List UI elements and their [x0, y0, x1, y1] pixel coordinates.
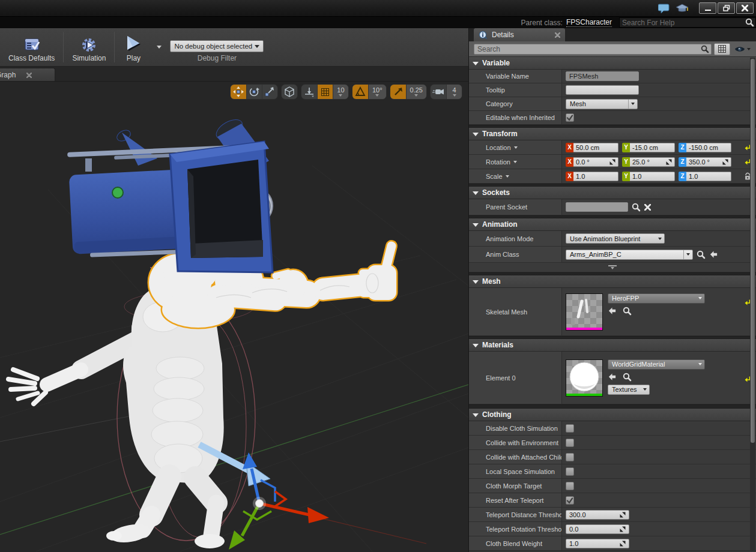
material-thumbnail[interactable] [566, 359, 603, 397]
material-browse-icon[interactable] [623, 373, 632, 382]
tab-graph[interactable]: Graph [0, 68, 55, 82]
rotation-snap-value[interactable]: 10° [368, 85, 386, 99]
category-dropdown[interactable]: Mesh [566, 99, 638, 109]
spinner-icon[interactable] [609, 159, 615, 165]
scale-tool-icon [264, 86, 275, 97]
grid-snap-value[interactable]: 10 [333, 85, 348, 99]
asset-color-stripe [566, 328, 602, 330]
simulation-button[interactable]: Simulation [64, 28, 114, 66]
rotation-y-field[interactable]: 25.0 ° [630, 157, 675, 167]
play-button[interactable]: Play [115, 28, 152, 66]
spinner-icon[interactable] [620, 526, 626, 532]
play-options-caret[interactable] [152, 28, 166, 66]
transform-gizmo[interactable] [229, 452, 329, 550]
tooltip-field[interactable] [566, 85, 639, 95]
material-dropdown[interactable]: WorldGridMaterial [608, 359, 705, 370]
location-y-field[interactable]: -15.0 cm [630, 143, 675, 152]
socket-search-icon[interactable] [632, 203, 641, 212]
checkbox[interactable] [566, 424, 574, 433]
grid-snap-button[interactable] [317, 85, 333, 99]
scale-x-field[interactable]: 1.0 [573, 172, 618, 181]
camera-mesh[interactable] [67, 116, 273, 272]
parent-class-link[interactable]: FPSCharacter [566, 18, 612, 27]
rotation-snap-button[interactable] [352, 85, 368, 99]
checkbox[interactable] [566, 453, 574, 461]
move-tool-button[interactable] [231, 85, 246, 99]
anim-class-dropdown[interactable]: Arms_AnimBP_C [566, 250, 693, 260]
section-mesh[interactable]: Mesh [469, 275, 756, 288]
variable-name-field[interactable]: FPSMesh [566, 71, 639, 81]
animation-mode-dropdown[interactable]: Use Animation Blueprint [566, 233, 665, 244]
checkbox-checked[interactable] [566, 496, 574, 505]
rotation-z-field[interactable]: 350.0 ° [686, 157, 731, 167]
checkbox[interactable] [566, 482, 574, 490]
location-x-field[interactable]: 50.0 cm [573, 143, 618, 152]
gizmo-x-axis[interactable] [259, 491, 329, 523]
skeletal-mesh-dropdown[interactable]: HeroFPP [608, 293, 705, 304]
details-search[interactable] [474, 44, 712, 55]
mesh-use-selected-icon[interactable] [608, 307, 617, 315]
rotate-tool-button[interactable] [246, 85, 262, 99]
3d-viewport[interactable]: 10 10° [0, 82, 468, 552]
help-search-input[interactable] [620, 19, 745, 27]
camera-speed-button[interactable] [431, 85, 446, 99]
tab-details[interactable]: Details [474, 28, 565, 41]
section-transform[interactable]: Transform [469, 128, 756, 140]
surface-snap-button[interactable] [301, 85, 317, 99]
section-materials[interactable]: Materials [469, 339, 756, 352]
teleport-distance-field[interactable]: 300.0 [566, 510, 629, 520]
rotation-x-field[interactable]: 0.0 ° [573, 157, 618, 167]
class-defaults-button[interactable]: Class Defaults [0, 28, 63, 66]
play-icon [123, 35, 144, 53]
scale-z-field[interactable]: 1.0 [686, 172, 731, 181]
details-scrollbar[interactable] [750, 58, 755, 551]
spinner-icon[interactable] [620, 541, 626, 547]
section-variable[interactable]: Variable [469, 57, 756, 70]
close-tab-icon[interactable] [26, 73, 32, 78]
camera-speed-value[interactable]: 4 [446, 85, 462, 99]
close-button[interactable] [736, 2, 754, 14]
spinner-icon[interactable] [620, 512, 626, 518]
cloth-blend-weight-field[interactable]: 1.0 [566, 539, 629, 548]
close-tab-icon[interactable] [555, 32, 560, 38]
view-options-button[interactable] [733, 46, 752, 53]
scale-y-field[interactable]: 1.0 [630, 172, 675, 181]
anim-class-use-selected-icon[interactable] [709, 250, 718, 259]
spinner-icon[interactable] [666, 159, 672, 165]
checkbox[interactable] [566, 467, 574, 476]
section-clothing[interactable]: Clothing [469, 409, 756, 421]
section-animation[interactable]: Animation [469, 218, 756, 231]
parent-socket-field[interactable] [566, 202, 628, 212]
anim-class-browse-icon[interactable] [697, 250, 706, 259]
mesh-browse-icon[interactable] [623, 307, 632, 316]
checkbox[interactable] [566, 439, 574, 447]
scale-snap-button[interactable] [390, 85, 406, 99]
restore-button[interactable] [718, 2, 735, 14]
advanced-expander[interactable] [469, 263, 756, 272]
socket-clear-icon[interactable] [644, 204, 651, 211]
scale-snap-value[interactable]: 0.25 [406, 85, 426, 99]
material-use-selected-icon[interactable] [608, 373, 617, 381]
teleport-rotation-field[interactable]: 0.0 [566, 524, 629, 534]
location-z-field[interactable]: -150.0 cm [686, 143, 731, 152]
skeletal-mesh-thumbnail[interactable] [566, 293, 603, 331]
minimize-button[interactable] [699, 2, 716, 14]
scrollbar-thumb[interactable] [751, 59, 755, 443]
details-search-input[interactable] [474, 45, 701, 53]
tutorial-cap-icon[interactable] [675, 2, 689, 14]
textures-dropdown[interactable]: Textures [608, 385, 650, 395]
axis-y-chip: Y [622, 172, 630, 181]
property-matrix-button[interactable] [714, 43, 730, 55]
debug-filter-dropdown[interactable]: No debug object selected [170, 40, 264, 52]
details-panel: Details Variable Variable [468, 28, 756, 552]
coordinate-space-button[interactable] [282, 85, 297, 99]
gizmo-center[interactable] [256, 500, 264, 508]
viewport-scene [0, 82, 468, 551]
scale-tool-button[interactable] [262, 85, 277, 99]
section-sockets[interactable]: Sockets [469, 187, 756, 199]
help-search[interactable] [619, 17, 756, 28]
feedback-bubble-icon[interactable] [657, 2, 671, 14]
spinner-icon[interactable] [722, 159, 728, 165]
editable-checkbox[interactable] [566, 113, 574, 122]
document-tabbar: Graph [0, 67, 468, 82]
